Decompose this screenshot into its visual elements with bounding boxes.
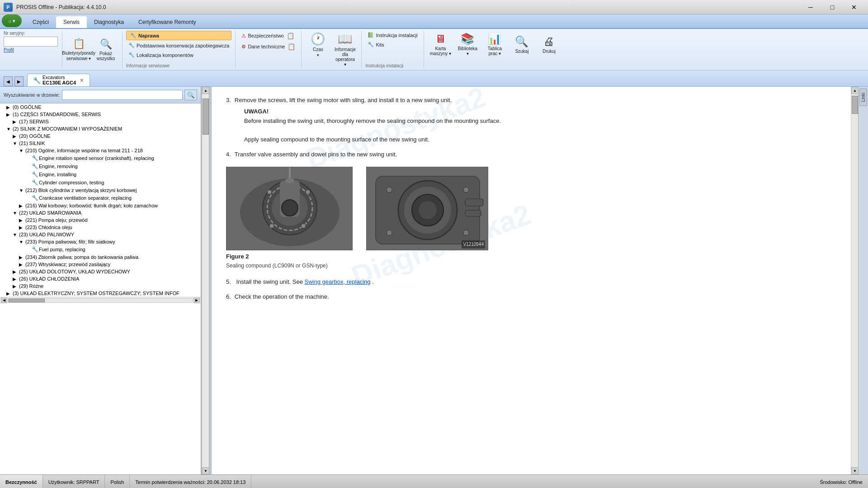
tree-item-0-ogolne[interactable]: ▶ (0) OGÓLNE	[0, 103, 201, 111]
content-vscroll-down-btn[interactable]: ▼	[851, 467, 859, 474]
dane-tech-button[interactable]: ⚙ Dane techniczne 📋	[239, 42, 297, 52]
tree-toggle[interactable]: ▶	[6, 105, 13, 110]
warning-title: UWAGA!	[244, 107, 836, 117]
hscroll-thumb[interactable]	[9, 299, 45, 302]
tree-item-234-zbiornik[interactable]: ▶ (234) Zbiornik paliwa; pompa do tankow…	[0, 253, 201, 261]
serial-area: Nr seryjny: Profil	[4, 31, 58, 52]
tree-panel[interactable]: ▶ (0) OGÓLNE ▶ (1) CZĘŚCI STANDARDOWE, S…	[0, 103, 201, 474]
bibl-label: Biblioteka ▾	[456, 46, 479, 56]
search-button[interactable]: 🔍	[184, 89, 197, 100]
tab-diagnostyka[interactable]: Diagnostyka	[87, 16, 131, 28]
tree-toggle[interactable]: ▼	[13, 141, 19, 146]
right-sidebar: Linki	[858, 87, 868, 474]
tree-toggle[interactable]: ▶	[19, 218, 25, 223]
tree-toggle[interactable]: ▶	[13, 277, 19, 282]
sidebar-tab-links[interactable]: Linki	[859, 89, 867, 106]
czas-button[interactable]: 🕐 Czas ▾	[305, 31, 330, 59]
tree-toggle[interactable]: ▶	[19, 255, 25, 260]
hscroll-left-btn[interactable]: ◀	[1, 298, 7, 303]
wrench-icon: 🔧	[32, 195, 39, 201]
image-ref: V1210544	[462, 240, 485, 249]
tree-item-cylinder[interactable]: 🔧 Cylinder compression, testing	[0, 178, 201, 187]
tab-certyfikowane[interactable]: Certyfikowane Remonty	[131, 16, 203, 28]
tree-item-crankcase[interactable]: 🔧 Crankcase ventilation separator, repla…	[0, 194, 201, 202]
maximize-button[interactable]: □	[822, 1, 843, 14]
svg-point-8	[285, 178, 294, 183]
tree-item-210-ogolne[interactable]: ▼ (210) Ogólne, informacje wspólne na te…	[0, 147, 201, 154]
tree-item-engine-installing[interactable]: 🔧 Engine, installing	[0, 170, 201, 178]
tree-toggle[interactable]: ▶	[13, 119, 19, 124]
tree-item-22-smarowanie[interactable]: ▼ (22) UKŁAD SMAROWANIA	[0, 209, 201, 216]
close-button[interactable]: ✕	[844, 1, 864, 14]
serial-input[interactable]	[4, 37, 58, 47]
tree-toggle[interactable]: ▶	[6, 291, 13, 296]
tree-hscroll[interactable]: ◀ ▶	[0, 297, 201, 303]
tree-toggle[interactable]: ▼	[13, 232, 19, 237]
biuletyny-button[interactable]: 📋 Biuletyny/poradyserwisowe ▾	[66, 36, 91, 63]
tree-item-fuel-pump[interactable]: 🔧 Fuel pump, replacing	[0, 245, 201, 253]
naprawa-button[interactable]: 🔧 Naprawa	[126, 31, 231, 40]
tree-item-233-pompa[interactable]: ▼ (233) Pompa paliwowa; filtr; filtr sia…	[0, 238, 201, 245]
tree-item-216-wal[interactable]: ▶ (216) Wał korbowy; korbowód; tłumik dr…	[0, 202, 201, 209]
karta-button[interactable]: 🖥 Kartamaszyny ▾	[428, 31, 453, 58]
tab-serwis[interactable]: Serwis	[56, 16, 87, 28]
tree-toggle[interactable]: ▼	[19, 239, 25, 244]
tree-item-engine-removing[interactable]: 🔧 Engine, removing	[0, 162, 201, 170]
tree-item-2-silnik[interactable]: ▼ (2) SILNIK Z MOCOWANIEM I WYPOSAŻENIEM	[0, 125, 201, 132]
tree-item-23-paliwowy[interactable]: ▼ (23) UKŁAD PALIWOWY	[0, 231, 201, 238]
tree-item-26-chlodzenia[interactable]: ▶ (26) UKŁAD CHŁODZENIA	[0, 275, 201, 282]
pokaz-button[interactable]: 🔍 Pokaż wszystko	[93, 36, 118, 63]
tree-toggle[interactable]: ▼	[13, 211, 19, 216]
tree-item-20-ogolne[interactable]: ▶ (20) OGÓLNE	[0, 132, 201, 140]
tree-item-223-chlodnica[interactable]: ▶ (223) Chłodnica oleju	[0, 224, 201, 231]
tree-item-engine-rotation[interactable]: 🔧 Engine rotation speed sensor (cranksha…	[0, 154, 201, 162]
tree-toggle[interactable]: ▶	[19, 262, 25, 267]
tab-close-button[interactable]: ✕	[80, 77, 84, 84]
tree-toggle[interactable]: ▼	[19, 188, 25, 193]
tree-item-17-serwis[interactable]: ▶ (17) SERWIS	[0, 118, 201, 125]
tree-toggle[interactable]: ▶	[13, 269, 19, 274]
tree-item-label: (221) Pompa oleju; przewód	[25, 217, 199, 223]
content-vscroll-up-btn[interactable]: ▲	[851, 87, 859, 94]
tree-toggle[interactable]: ▶	[13, 134, 19, 139]
konserwacja-button[interactable]: 🔧 Podstawowa konserwacja zapobiegawcza	[126, 41, 231, 50]
drukuj-button[interactable]: 🖨 Drukuj	[536, 31, 561, 58]
search-input[interactable]	[62, 90, 183, 100]
profile-link[interactable]: Profil	[4, 47, 58, 52]
vscroll-thumb[interactable]	[203, 99, 209, 135]
minimize-button[interactable]: ─	[800, 1, 821, 14]
tree-toggle[interactable]: ▶	[13, 284, 19, 289]
tree-item-29-rozne[interactable]: ▶ (29) Różne	[0, 282, 201, 290]
vscroll-up-btn[interactable]: ▲	[202, 87, 209, 94]
tab-czesci[interactable]: Części	[25, 16, 56, 28]
content-vscroll-thumb[interactable]	[852, 96, 858, 114]
nav-forward-button[interactable]: ▶	[14, 76, 24, 86]
tree-toggle[interactable]: ▼	[19, 148, 25, 153]
tree-item-212-blok[interactable]: ▼ (212) Blok cylindrów z wentylacją skrz…	[0, 187, 201, 194]
home-button[interactable]: ⌂ ▾	[2, 14, 22, 27]
kits-button[interactable]: 🔧 Kits	[365, 40, 420, 49]
tree-toggle[interactable]: ▶	[19, 225, 25, 230]
instr-inst-button[interactable]: 📗 Instrukcja instalacji	[365, 31, 420, 39]
tree-item-21-silnik[interactable]: ▼ (21) SILNIK	[0, 140, 201, 147]
szukaj-button[interactable]: 🔍 Szukaj	[509, 31, 534, 58]
lokalizacja-button[interactable]: 🔧 Lokalizacja komponentów	[126, 51, 231, 59]
tree-toggle[interactable]: ▼	[6, 127, 13, 131]
tree-item-221-pompa[interactable]: ▶ (221) Pompa oleju; przewód	[0, 216, 201, 224]
nav-back-button[interactable]: ◀	[4, 76, 13, 86]
tree-item-237-wtrysk[interactable]: ▶ (237) Wtryskiwacz; przewód zasilający	[0, 261, 201, 268]
tree-item-1-czesci[interactable]: ▶ (1) CZĘŚCI STANDARDOWE, SERWIS	[0, 111, 201, 118]
swing-gearbox-link[interactable]: Swing gearbox, replacing	[305, 278, 371, 285]
content-scrollable[interactable]: Diagnostyka2 Diagnostyka2 3.Remove the s…	[212, 87, 851, 474]
tree-toggle[interactable]: ▶	[6, 112, 13, 117]
biblioteka-button[interactable]: 📚 Biblioteka ▾	[455, 31, 480, 58]
tree-toggle[interactable]: ▶	[19, 203, 25, 208]
info-operator-button[interactable]: 📖 Informacje dlaoperatora ▾	[332, 31, 358, 68]
doc-tab[interactable]: 🔧 Excavators EC130E AGC4 ✕	[27, 74, 90, 86]
tablica-button[interactable]: 📊 Tablicaprac ▾	[482, 31, 507, 58]
hscroll-right-btn[interactable]: ▶	[193, 298, 200, 303]
bezpieczenstwo-button[interactable]: ⚠ Bezpieczeństwo 📋	[239, 31, 297, 41]
tree-item-25-dolotowy[interactable]: ▶ (25) UKŁAD DOLOTOWY, UKŁAD WYDECHOWY	[0, 268, 201, 275]
tree-item-3-elektryczny[interactable]: ▶ (3) UKŁAD ELEKTRYCZNY; SYSTEM OSTRZEGA…	[0, 290, 201, 297]
vscroll-down-btn[interactable]: ▼	[202, 467, 209, 474]
